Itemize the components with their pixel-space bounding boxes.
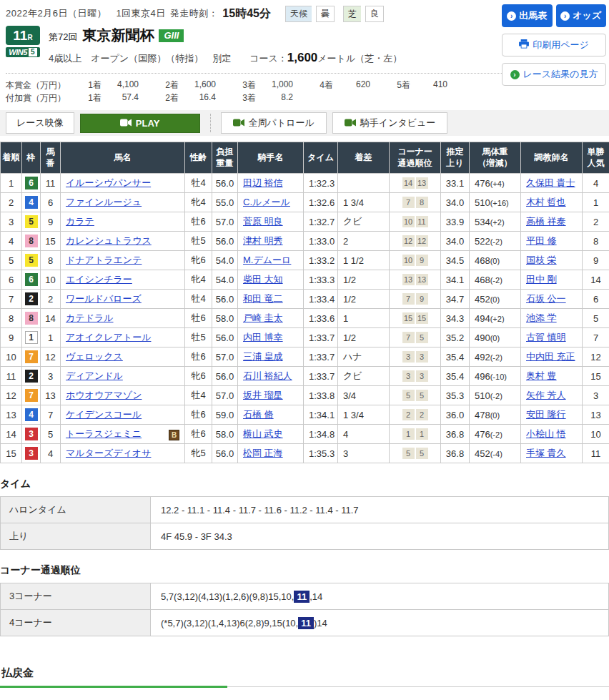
time-table: ハロンタイム12.2 - 11.1 - 11.4 - 11.7 - 11.6 -… bbox=[0, 496, 609, 550]
finish-position: 10 bbox=[1, 347, 22, 367]
jockey-link[interactable]: M.デムーロ bbox=[243, 255, 291, 265]
frame-badge: 5 bbox=[25, 254, 38, 267]
finish-position: 4 bbox=[1, 232, 22, 251]
last-3f: 35.4 bbox=[441, 347, 470, 367]
result-row: 359カラテ牡657.0菅原 明良1:32.7クビ101133.9534(+2)… bbox=[1, 212, 609, 232]
prize-place: 3着 bbox=[226, 92, 256, 104]
added-prize-line: 付加賞（万円） 1着57.42着16.43着8.2 bbox=[6, 92, 603, 104]
play-button[interactable]: PLAY bbox=[80, 114, 200, 133]
frame-badge: 3 bbox=[25, 447, 38, 460]
horse-weight: 452(-4) bbox=[470, 444, 521, 463]
odds-button[interactable]: › オッズ bbox=[556, 4, 607, 27]
patrol-video-button[interactable]: 全周パトロール bbox=[221, 112, 327, 134]
entry-table-button[interactable]: › 出馬表 bbox=[502, 4, 553, 27]
corner-position: 12 bbox=[402, 235, 415, 247]
horse-name-cell: カラテ bbox=[61, 212, 185, 232]
margin-cell: 2 bbox=[338, 232, 390, 251]
horse-name-link[interactable]: カテドラル bbox=[66, 312, 114, 323]
corner-position: 2 bbox=[416, 409, 428, 420]
trainer-link[interactable]: 矢作 芳人 bbox=[526, 390, 566, 400]
trainer-link[interactable]: 国枝 栄 bbox=[526, 255, 557, 265]
trainer-cell: 平田 修 bbox=[521, 232, 583, 251]
trainer-link[interactable]: 高橋 祥泰 bbox=[526, 216, 566, 227]
win-popularity: 11 bbox=[583, 444, 609, 463]
horse-name-link[interactable]: カレンシュトラウス bbox=[66, 235, 152, 246]
trainer-link[interactable]: 田中 剛 bbox=[526, 274, 557, 285]
jockey-link[interactable]: 内田 博幸 bbox=[243, 332, 283, 342]
horse-weight-diff: (-10) bbox=[490, 373, 507, 381]
horse-name-link[interactable]: カラテ bbox=[66, 216, 94, 227]
horse-name-link[interactable]: ディアンドル bbox=[66, 370, 123, 381]
trainer-link[interactable]: 久保田 貴士 bbox=[526, 177, 575, 188]
horse-weight-diff: (0) bbox=[490, 411, 500, 420]
jockey-link[interactable]: 田辺 裕信 bbox=[243, 177, 283, 188]
horse-name-cell: マルターズディオサ bbox=[61, 444, 185, 463]
trainer-link[interactable]: 石坂 公一 bbox=[526, 293, 566, 304]
margin-cell: 1 bbox=[338, 309, 390, 328]
blinker-badge: B bbox=[169, 430, 179, 440]
trainer-link[interactable]: 小桧山 悟 bbox=[526, 428, 566, 439]
sex-age: 牡5 bbox=[185, 232, 212, 251]
trainer-link[interactable]: 池添 学 bbox=[526, 312, 557, 323]
horse-name-link[interactable]: ワールドバローズ bbox=[66, 293, 142, 304]
time-row-label: ハロンタイム bbox=[1, 497, 151, 523]
trainer-link[interactable]: 手塚 貴久 bbox=[526, 448, 566, 458]
trainer-link[interactable]: 奥村 豊 bbox=[526, 370, 557, 381]
horse-name-link[interactable]: ドナアトラエンテ bbox=[66, 255, 142, 265]
trainer-link[interactable]: 中内田 充正 bbox=[526, 351, 575, 362]
video-camera-icon bbox=[233, 118, 244, 129]
trainer-link[interactable]: 平田 修 bbox=[526, 235, 557, 246]
trainer-link[interactable]: 安田 隆行 bbox=[526, 409, 566, 420]
horse-name-link[interactable]: マルターズディオサ bbox=[66, 448, 151, 458]
frame-badge: 8 bbox=[25, 312, 38, 325]
corner-position: 12 bbox=[416, 235, 428, 247]
horse-name-link[interactable]: イルーシヴパンサー bbox=[66, 177, 151, 188]
turf-value: 良 bbox=[365, 6, 384, 22]
corner-order-cell: 1313 bbox=[390, 270, 441, 290]
jockey-link[interactable]: 横山 武史 bbox=[243, 428, 283, 439]
prize-place: 4着 bbox=[303, 79, 333, 92]
horse-name-link[interactable]: ケイデンスコール bbox=[66, 409, 142, 420]
corner-table: 3コーナー5,7(3,12)(4,13)(1,2,6)(9,8)15,10,11… bbox=[0, 583, 609, 636]
jockey-link[interactable]: 和田 竜二 bbox=[243, 293, 283, 304]
jockey-link[interactable]: 柴田 大知 bbox=[243, 274, 283, 285]
corner-row-value: (*5,7)(3,12)(1,4,13)6(2,8)9,15(10,11)14 bbox=[151, 610, 609, 636]
jockey-link[interactable]: C.ルメール bbox=[243, 197, 290, 207]
horse-weight-diff: (+2) bbox=[490, 315, 505, 323]
carried-weight: 56.0 bbox=[212, 174, 238, 193]
corner-order-cell: 33 bbox=[390, 347, 441, 367]
jockey-link[interactable]: 石川 裕紀人 bbox=[243, 370, 292, 381]
trainer-link[interactable]: 木村 哲也 bbox=[526, 197, 566, 207]
horse-name-link[interactable]: ヴェロックス bbox=[66, 351, 123, 362]
horse-number: 1 bbox=[41, 328, 61, 347]
jockey-link[interactable]: 坂井 瑠星 bbox=[243, 390, 283, 400]
sex-age: 牡6 bbox=[185, 405, 212, 425]
jockey-link[interactable]: 三浦 皇成 bbox=[243, 351, 283, 362]
horse-weight-diff: (-4) bbox=[490, 450, 502, 458]
horse-name-link[interactable]: ホウオウアマゾン bbox=[66, 390, 142, 400]
how-to-read-button[interactable]: › レース結果の見方 bbox=[502, 63, 606, 86]
jockey-link[interactable]: 石橋 脩 bbox=[243, 409, 274, 420]
last-3f: 36.8 bbox=[441, 425, 470, 444]
horse-name-link[interactable]: ファインルージュ bbox=[66, 197, 142, 207]
horse-name-link[interactable]: エイシンチラー bbox=[66, 274, 132, 285]
corner-order-cell: 55 bbox=[390, 386, 441, 405]
prize-place: 2着 bbox=[149, 79, 179, 92]
jockey-link[interactable]: 戸崎 圭太 bbox=[243, 312, 283, 323]
horse-name-link[interactable]: アオイクレアトール bbox=[66, 332, 151, 342]
print-page-button[interactable]: 印刷用ページ bbox=[502, 34, 606, 56]
jockey-cell: 津村 明秀 bbox=[238, 232, 304, 251]
jockey-link[interactable]: 津村 明秀 bbox=[243, 235, 283, 246]
column-header: 騎手名 bbox=[238, 142, 304, 174]
trainer-link[interactable]: 古賀 慎明 bbox=[526, 332, 566, 342]
jockey-link[interactable]: 松岡 正海 bbox=[243, 448, 283, 458]
horse-number: 15 bbox=[41, 232, 61, 251]
frame-cell: 7 bbox=[22, 386, 41, 405]
sex-age: 牡6 bbox=[185, 425, 212, 444]
trainer-cell: 木村 哲也 bbox=[521, 193, 583, 212]
last-3f: 35.2 bbox=[441, 328, 470, 347]
jockey-interview-button[interactable]: 騎手インタビュー bbox=[332, 112, 448, 134]
horse-name-link[interactable]: トーラスジェミニ bbox=[66, 428, 142, 439]
jockey-link[interactable]: 菅原 明良 bbox=[243, 216, 283, 227]
corner-order-cell: 1212 bbox=[390, 232, 441, 251]
